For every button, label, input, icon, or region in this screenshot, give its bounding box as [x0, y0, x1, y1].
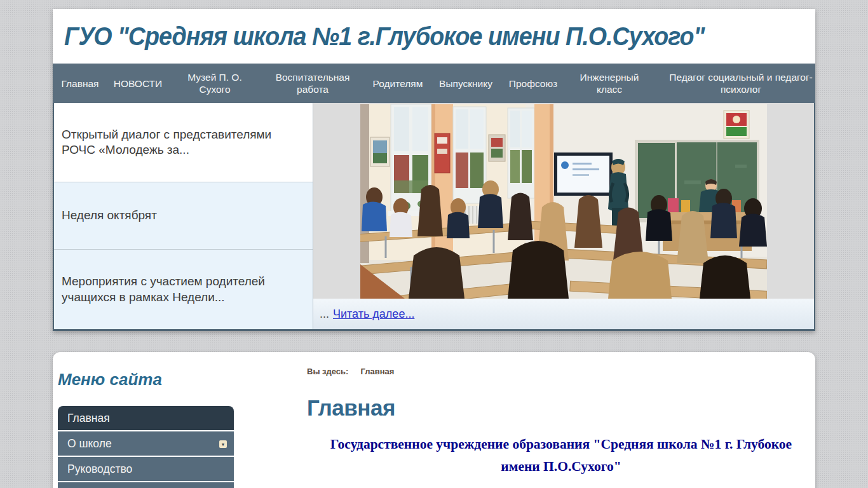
site-title: ГУО "Средняя школа №1 г.Глубокое имени П… [64, 22, 704, 51]
menu-item-leadership[interactable]: Руководство [58, 457, 234, 482]
news-slide-tab[interactable]: Открытый диалог с представителями РОЧС «… [54, 103, 313, 182]
news-slide-title: Неделя октябрят [62, 208, 157, 223]
nav-item-graduate[interactable]: Выпускнику [438, 64, 494, 103]
news-slide-title: Мероприятия с участием родителей учащихс… [62, 274, 299, 305]
classroom-photo[interactable] [360, 104, 767, 299]
submenu-arrow-icon[interactable]: ▼ [219, 440, 227, 448]
nav-item-trade-union[interactable]: Профсоюз [506, 64, 560, 103]
news-slide-photo-area: ... Читать далее... [313, 103, 814, 329]
menu-item-label: О школе [67, 437, 112, 451]
news-slide-tab[interactable]: Мероприятия с участием родителей учащихс… [54, 250, 313, 329]
intro-text: Государственное учреждение образования "… [326, 433, 796, 478]
breadcrumb: Вы здесь: Главная [307, 367, 815, 376]
news-slider-tabs: Открытый диалог с представителями РОЧС «… [54, 103, 313, 329]
main-card: Меню сайта Главная О школе ▼ Руководство [53, 352, 815, 488]
nav-item-upbringing-work[interactable]: Воспитательная работа [275, 64, 351, 103]
read-more-bar: ... Читать далее... [313, 299, 814, 329]
nav-item-news[interactable]: НОВОСТИ [112, 64, 164, 103]
read-more-ellipsis: ... [320, 308, 329, 321]
nav-item-engineering-class[interactable]: Инженерный класс [578, 64, 641, 103]
menu-item-home[interactable]: Главная [58, 406, 234, 431]
main-navigation: Главная НОВОСТИ Музей П. О. Сухого Воспи… [53, 64, 815, 103]
sidebar: Меню сайта Главная О школе ▼ Руководство [53, 352, 254, 488]
nav-item-parents[interactable]: Родителям [371, 64, 424, 103]
breadcrumb-label: Вы здесь: [307, 367, 348, 376]
site-menu: Главная О школе ▼ Руководство [58, 406, 234, 488]
menu-item-about-school[interactable]: О школе ▼ [58, 431, 234, 457]
breadcrumb-current: Главная [360, 367, 394, 376]
read-more-link[interactable]: Читать далее... [333, 308, 414, 321]
news-slider: Открытый диалог с представителями РОЧС «… [53, 103, 815, 331]
nav-item-home[interactable]: Главная [60, 64, 100, 103]
menu-item-partial[interactable] [58, 482, 234, 488]
news-slide-tab[interactable]: Неделя октябрят [54, 182, 313, 250]
sidebar-title: Меню сайта [58, 370, 254, 390]
page-container: ГУО "Средняя школа №1 г.Глубокое имени П… [53, 9, 815, 488]
top-block: ГУО "Средняя школа №1 г.Глубокое имени П… [53, 9, 815, 331]
page-title: Главная [307, 395, 815, 421]
nav-item-social-pedagogue[interactable]: Педагог социальный и педагог-психолог [667, 64, 815, 103]
menu-item-label: Руководство [67, 463, 132, 476]
news-slide-title: Открытый диалог с представителями РОЧС «… [62, 127, 299, 158]
nav-item-museum[interactable]: Музей П. О. Сухого [186, 64, 244, 103]
site-header: ГУО "Средняя школа №1 г.Глубокое имени П… [53, 9, 815, 64]
main-content: Вы здесь: Главная Главная Государственно… [254, 352, 815, 488]
menu-item-label: Главная [67, 412, 110, 425]
